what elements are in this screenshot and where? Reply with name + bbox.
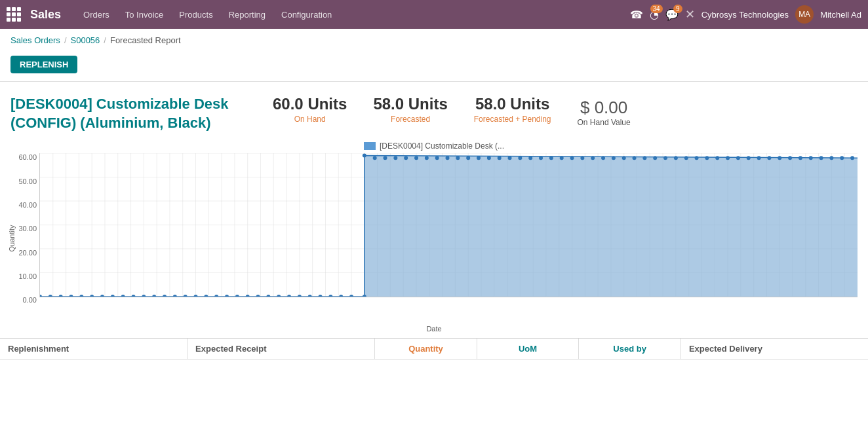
svg-point-147 — [840, 156, 844, 160]
messages-icon[interactable]: 💬 9 — [665, 9, 679, 21]
y-axis-title: Quantity — [8, 225, 16, 252]
nav-products[interactable]: Products — [172, 6, 219, 24]
svg-point-131 — [674, 156, 678, 160]
y-label-50: 50.00 — [18, 177, 37, 185]
nav-configuration[interactable]: Configuration — [275, 6, 338, 24]
nav-orders[interactable]: Orders — [77, 6, 116, 24]
stat-on-hand-label: On Hand — [273, 115, 347, 124]
y-label-40: 40.00 — [18, 201, 37, 209]
product-stats: 60.0 Units On Hand 58.0 Units Forecasted… — [273, 95, 631, 127]
th-uom: UoM — [477, 339, 580, 359]
svg-point-103 — [384, 156, 387, 160]
svg-point-130 — [663, 156, 667, 160]
stat-forecasted: 58.0 Units Forecasted — [373, 95, 447, 127]
close-icon[interactable]: ✕ — [685, 7, 695, 22]
svg-point-142 — [788, 156, 792, 160]
svg-point-139 — [757, 156, 761, 160]
svg-point-126 — [622, 156, 626, 160]
phone-icon[interactable]: ☎ — [630, 9, 643, 21]
chart-container: [DESK0004] Customizable Desk (... 60.00 … — [0, 139, 868, 335]
messages-badge: 9 — [673, 5, 682, 13]
replenish-button[interactable]: REPLENISH — [10, 56, 77, 73]
table-header-row: Replenishment Expected Receipt Quantity … — [0, 339, 868, 360]
svg-point-123 — [591, 156, 595, 160]
svg-point-133 — [695, 156, 699, 160]
chart-fill-area — [40, 156, 858, 297]
chart-wrap: 60.00 50.00 40.00 30.00 20.00 10.00 0.00 — [10, 153, 858, 323]
company-name: Cybrosys Technologies — [701, 10, 789, 20]
y-label-10: 10.00 — [18, 272, 37, 280]
svg-point-104 — [393, 156, 397, 160]
grid-icon[interactable] — [7, 7, 21, 22]
legend-color-box — [364, 142, 376, 150]
chart-svg-area — [39, 153, 858, 297]
svg-point-113 — [487, 156, 491, 160]
svg-point-101 — [363, 154, 366, 158]
svg-point-116 — [518, 156, 522, 160]
breadcrumb-so-id[interactable]: S00056 — [71, 35, 100, 45]
section-divider — [0, 81, 868, 82]
svg-point-143 — [799, 156, 802, 160]
svg-point-112 — [477, 156, 481, 160]
svg-point-115 — [508, 156, 512, 160]
svg-point-137 — [736, 156, 740, 160]
svg-point-127 — [633, 156, 637, 160]
activity-badge: 34 — [650, 5, 663, 13]
svg-point-148 — [850, 156, 854, 160]
on-hand-value-block: $ 0.00 On Hand Value — [578, 95, 631, 127]
stat-forecasted-pending: 58.0 Units Forecasted + Pending — [474, 95, 551, 127]
y-label-0: 0.00 — [23, 296, 37, 304]
app-brand[interactable]: Sales — [30, 8, 61, 22]
nav-to-invoice[interactable]: To Invoice — [119, 6, 170, 24]
th-expected-delivery: Expected Delivery — [681, 339, 868, 359]
svg-point-102 — [373, 156, 377, 160]
user-avatar[interactable]: MA — [795, 5, 814, 24]
chart-legend: [DESK0004] Customizable Desk (... — [10, 141, 858, 151]
product-title: [DESK0004] Customizable Desk (CONFIG) (A… — [10, 95, 260, 132]
y-label-20: 20.00 — [18, 249, 37, 257]
svg-point-114 — [498, 156, 502, 160]
svg-point-141 — [778, 156, 781, 160]
th-replenishment: Replenishment — [0, 339, 187, 359]
action-bar: REPLENISH — [0, 52, 868, 81]
svg-point-117 — [528, 156, 532, 160]
svg-point-134 — [705, 156, 709, 160]
stat-forecasted-value: 58.0 Units — [373, 95, 447, 113]
svg-point-125 — [612, 156, 616, 160]
svg-point-128 — [642, 156, 646, 160]
svg-point-118 — [539, 156, 543, 160]
y-label-60: 60.00 — [18, 153, 37, 161]
svg-point-138 — [747, 156, 751, 160]
breadcrumb-sales-orders[interactable]: Sales Orders — [10, 35, 60, 45]
user-name: Mitchell Ad — [820, 10, 861, 20]
chart-legend-label: [DESK0004] Customizable Desk (... — [380, 141, 504, 151]
svg-point-135 — [715, 156, 719, 160]
svg-point-111 — [466, 156, 470, 160]
breadcrumb-current-page: Forecasted Report — [110, 35, 181, 45]
svg-point-132 — [684, 156, 688, 160]
svg-point-110 — [456, 156, 460, 160]
svg-point-105 — [404, 156, 408, 160]
on-hand-value-label: On Hand Value — [578, 118, 631, 127]
svg-point-106 — [414, 156, 418, 160]
product-header: [DESK0004] Customizable Desk (CONFIG) (A… — [0, 88, 868, 139]
svg-point-140 — [767, 156, 771, 160]
activity-icon[interactable]: ◔ 34 — [650, 9, 659, 21]
topnav: Sales Orders To Invoice Products Reporti… — [0, 0, 868, 29]
stat-forecasted-label: Forecasted — [373, 115, 447, 124]
stat-on-hand-value: 60.0 Units — [273, 95, 347, 113]
topnav-menu: Orders To Invoice Products Reporting Con… — [77, 6, 625, 24]
svg-point-122 — [580, 156, 584, 160]
svg-point-129 — [653, 156, 657, 160]
stat-forecasted-pending-label: Forecasted + Pending — [474, 115, 551, 124]
on-hand-dollar-value: $ 0.00 — [578, 98, 631, 118]
nav-reporting[interactable]: Reporting — [222, 6, 272, 24]
x-axis-labels: 22 Dec 2020 03 Jan 2021 15 Jan 2021 27 J… — [39, 288, 858, 314]
stat-forecasted-pending-value: 58.0 Units — [474, 95, 551, 113]
y-label-30: 30.00 — [18, 225, 37, 232]
svg-point-108 — [435, 156, 439, 160]
svg-point-120 — [560, 156, 564, 160]
breadcrumb: Sales Orders / S00056 / Forecasted Repor… — [0, 29, 868, 52]
th-quantity: Quantity — [375, 339, 477, 359]
th-expected-receipt: Expected Receipt — [187, 339, 375, 359]
